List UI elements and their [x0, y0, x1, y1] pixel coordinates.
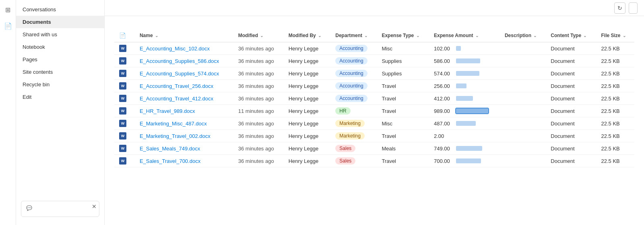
table-header: 📄Name ⌄Modified ⌄Modified By ⌄Department…	[114, 29, 634, 42]
modified-by-name: Henry Legge	[289, 96, 318, 102]
expense-amount-cell: 989.00	[429, 105, 500, 117]
expense-amount-cell: 749.00	[429, 142, 500, 155]
sidebar-item-conversations[interactable]: Conversations	[16, 3, 104, 16]
amount-value: 102.00	[434, 46, 456, 52]
th-name[interactable]: Name ⌄	[135, 29, 233, 42]
file-type-cell: W	[114, 142, 135, 155]
expense-type-cell: Travel	[377, 105, 429, 117]
word-icon: W	[119, 157, 126, 165]
sort-icon-expenseAmount: ⌄	[475, 33, 479, 38]
file-name-cell: E_Accounting_Supplies_574.docx	[135, 67, 233, 80]
department-badge: Accounting	[335, 95, 367, 102]
sidebar-item-pages[interactable]: Pages	[16, 53, 104, 66]
amount-bar	[456, 158, 481, 163]
department-cell: HR	[330, 105, 377, 117]
file-size-cell: 22.5 KB	[596, 80, 634, 92]
table-body: WE_Accounting_Misc_102.docx36 minutes ag…	[114, 42, 634, 167]
modified-time: 36 minutes ago	[238, 58, 274, 64]
department-badge: Sales	[335, 145, 355, 152]
file-name-link[interactable]: E_Accounting_Travel_412.docx	[140, 96, 213, 102]
sidebar-item-shared[interactable]: Shared with us	[16, 28, 104, 41]
file-name-link[interactable]: E_Accounting_Travel_256.docx	[140, 83, 213, 89]
file-name-link[interactable]: E_Sales_Travel_700.docx	[140, 158, 200, 164]
content-type-cell: Document	[546, 155, 596, 167]
file-type-cell: W	[114, 130, 135, 142]
table-row: WE_Accounting_Misc_102.docx36 minutes ag…	[114, 42, 634, 55]
modified-by-name: Henry Legge	[289, 46, 318, 52]
icon-bar: ⊞ 📄	[0, 0, 16, 225]
content-type-cell: Document	[546, 80, 596, 92]
th-fileSize[interactable]: File Size ⌄	[596, 29, 634, 42]
expense-type-cell: Misc	[377, 117, 429, 130]
file-name-link[interactable]: E_Marketing_Travel_002.docx	[140, 133, 211, 139]
sidebar-item-documents[interactable]: Documents	[16, 16, 104, 28]
modified-time: 36 minutes ago	[238, 133, 274, 139]
file-name-link[interactable]: E_Sales_Meals_749.docx	[140, 146, 200, 152]
sort-icon-contentType: ⌄	[583, 33, 586, 38]
sort-icon-modified: ⌄	[260, 33, 263, 38]
sidebar-item-edit[interactable]: Edit	[16, 91, 104, 103]
table-row: WE_Accounting_Travel_256.docx36 minutes …	[114, 80, 634, 92]
expense-type-cell: Supplies	[377, 67, 429, 80]
sidebar-item-recycle-bin[interactable]: Recycle bin	[16, 78, 104, 91]
modified-by-name: Henry Legge	[289, 58, 318, 64]
department-cell: Sales	[330, 142, 377, 155]
documents-table: 📄Name ⌄Modified ⌄Modified By ⌄Department…	[114, 29, 634, 167]
modified-time: 36 minutes ago	[238, 71, 274, 77]
amount-value: 256.00	[434, 83, 456, 89]
th-description[interactable]: Description ⌄	[500, 29, 546, 42]
amount-value: 586.00	[434, 58, 456, 64]
th-modified[interactable]: Modified ⌄	[233, 29, 284, 42]
department-cell: Accounting	[330, 55, 377, 67]
refresh-button[interactable]: ↻	[614, 2, 625, 14]
expense-amount-cell: 256.00	[429, 80, 500, 92]
amount-value: 2.00	[434, 133, 456, 139]
modified-time: 36 minutes ago	[238, 46, 274, 52]
amount-value: 700.00	[434, 158, 456, 164]
file-name-link[interactable]: E_Accounting_Supplies_586.docx	[140, 58, 219, 64]
grid-icon[interactable]: ⊞	[2, 3, 14, 16]
expense-type-cell: Supplies	[377, 55, 429, 67]
th-contentType[interactable]: Content Type ⌄	[546, 29, 596, 42]
top-bar-actions: ↻	[614, 2, 638, 14]
expense-amount-cell: 2.00	[429, 130, 500, 142]
file-size-cell: 22.5 KB	[596, 55, 634, 67]
amount-bar	[456, 46, 461, 51]
file-name-cell: E_Accounting_Supplies_586.docx	[135, 55, 233, 67]
file-size-cell: 22.5 KB	[596, 105, 634, 117]
document-icon[interactable]: 📄	[2, 19, 14, 32]
file-name-link[interactable]: E_Accounting_Misc_102.docx	[140, 46, 210, 52]
modified-by-cell: Henry Legge	[284, 55, 331, 67]
modified-by-cell: Henry Legge	[284, 42, 331, 55]
sidebar-item-notebook[interactable]: Notebook	[16, 41, 104, 53]
th-department[interactable]: Department ⌄	[330, 29, 377, 42]
content-type-cell: Document	[546, 105, 596, 117]
filters-button[interactable]	[629, 2, 638, 14]
amount-value: 989.00	[434, 108, 456, 114]
expense-amount-cell: 412.00	[429, 92, 500, 105]
file-type-cell: W	[114, 105, 135, 117]
file-name-cell: E_HR_Travel_989.docx	[135, 105, 233, 117]
sort-icon-modifiedBy: ⌄	[318, 33, 321, 38]
content-type-cell: Document	[546, 117, 596, 130]
expense-type-cell: Misc	[377, 42, 429, 55]
th-expenseAmount[interactable]: Expense Amount ⌄	[429, 29, 500, 42]
th-expenseType[interactable]: Expense Type ⌄	[377, 29, 429, 42]
amount-value: 412.00	[434, 96, 456, 102]
modified-by-cell: Henry Legge	[284, 80, 331, 92]
th-modifiedBy[interactable]: Modified By ⌄	[284, 29, 331, 42]
expense-type-cell: Travel	[377, 130, 429, 142]
modified-by-cell: Henry Legge	[284, 155, 331, 167]
sidebar-item-site-contents[interactable]: Site contents	[16, 66, 104, 78]
amount-bar	[456, 96, 473, 101]
file-name-link[interactable]: E_Accounting_Supplies_574.docx	[140, 71, 219, 77]
close-icon[interactable]: ✕	[92, 204, 97, 209]
file-name-cell: E_Accounting_Misc_102.docx	[135, 42, 233, 55]
department-badge: Sales	[335, 157, 355, 165]
file-name-link[interactable]: E_HR_Travel_989.docx	[140, 108, 195, 114]
file-size-cell: 22.5 KB	[596, 130, 634, 142]
description-cell	[500, 55, 546, 67]
description-cell	[500, 42, 546, 55]
file-name-link[interactable]: E_Marketing_Misc_487.docx	[140, 121, 207, 127]
modified-by-name: Henry Legge	[289, 83, 318, 89]
